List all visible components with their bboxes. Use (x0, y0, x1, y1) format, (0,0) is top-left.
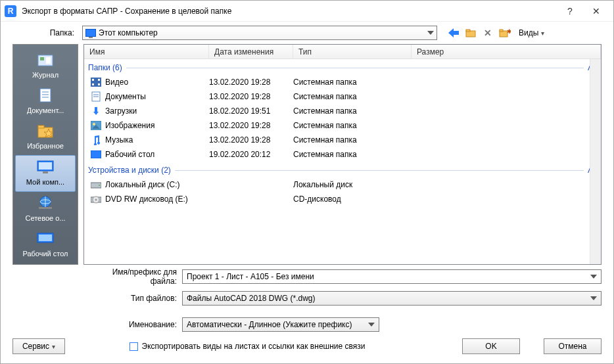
item-type: Системная папка (293, 106, 412, 116)
col-date[interactable]: Дата изменения (209, 45, 293, 58)
group-drives[interactable]: Устройства и диски (2) ᐱ (88, 166, 597, 175)
group-drives-label: Устройства и диски (2) (88, 166, 171, 175)
downloads-icon (91, 106, 101, 116)
naming-combo[interactable]: Автоматически - Длинное (Укажите префикс… (182, 317, 379, 332)
filetype-value: Файлы AutoCAD 2018 DWG (*.dwg) (187, 294, 316, 303)
chevron-down-icon (590, 296, 597, 300)
history-icon (35, 51, 55, 68)
video-icon (91, 77, 101, 87)
svg-point-41 (99, 185, 100, 186)
chevron-down-icon (368, 323, 375, 327)
this-pc-icon (85, 29, 96, 37)
desktop-icon (91, 149, 101, 160)
svg-text:✱: ✱ (507, 28, 511, 35)
divider (126, 68, 584, 68)
service-label: Сервис (22, 342, 49, 351)
document-icon (91, 91, 101, 102)
svg-rect-39 (91, 150, 101, 158)
svg-rect-8 (40, 57, 44, 60)
folder-value: Этот компьютер (99, 28, 158, 37)
back-icon[interactable] (448, 27, 460, 39)
item-date: 13.02.2020 19:28 (209, 135, 293, 145)
svg-rect-3 (466, 30, 470, 32)
item-name: Видео (105, 78, 128, 87)
filename-combo[interactable]: Проект 1 - Лист - A105 - Без имени (182, 269, 602, 284)
list-item[interactable]: Документы 13.02.2020 19:28 Системная пап… (88, 89, 597, 104)
export-links-checkbox[interactable]: Экспортировать виды на листах и ссылки к… (130, 342, 366, 351)
group-folders-label: Папки (6) (88, 63, 122, 72)
place-label: Мой комп... (26, 178, 64, 186)
list-item[interactable]: DVD RW дисковод (E:) CD-дисковод (88, 192, 597, 206)
chevron-down-icon (427, 31, 434, 35)
up-folder-icon[interactable] (465, 27, 477, 39)
views-dropdown[interactable]: Виды ▾ (516, 26, 547, 40)
checkbox-box (130, 342, 138, 351)
place-desktop[interactable]: Рабочий стол (13, 227, 78, 263)
music-icon (91, 135, 101, 145)
cancel-button[interactable]: Отмена (544, 338, 602, 354)
place-my-computer[interactable]: Мой комп... (15, 155, 76, 192)
col-type[interactable]: Тип (293, 45, 412, 58)
delete-icon[interactable]: ✕ (482, 27, 494, 39)
svg-rect-23 (39, 207, 52, 209)
help-button[interactable]: ? (557, 1, 583, 21)
naming-value: Автоматически - Длинное (Укажите префикс… (187, 320, 352, 329)
svg-rect-5 (500, 30, 503, 32)
close-button[interactable]: ✕ (583, 1, 609, 21)
hdd-icon (91, 179, 101, 190)
svg-rect-15 (38, 125, 44, 128)
app-icon: R (5, 5, 16, 17)
list-item[interactable]: Музыка 13.02.2020 19:28 Системная папка (88, 133, 597, 147)
favorites-icon (35, 122, 55, 139)
svg-marker-0 (427, 31, 434, 35)
titlebar: R Экспорт в форматы САПР - Сохранение в … (1, 1, 613, 22)
scrollbar[interactable] (590, 59, 601, 264)
place-favorites[interactable]: Избранное (13, 120, 78, 155)
place-history[interactable]: Журнал (13, 49, 78, 84)
folder-toolbar: Папка: Этот компьютер ✕ ✱ Виды ▾ (1, 22, 613, 44)
filetype-label: Тип файлов: (85, 294, 177, 303)
svg-rect-25 (39, 235, 52, 241)
item-name: Загрузки (105, 106, 137, 116)
network-icon (35, 194, 55, 212)
svg-point-44 (95, 199, 97, 201)
svg-rect-18 (39, 162, 52, 170)
list-item[interactable]: Изображения 13.02.2020 19:28 Системная п… (88, 118, 597, 133)
place-label: Сетевое о... (25, 214, 65, 222)
ok-button[interactable]: OK (462, 338, 520, 354)
form-area: Имя/префикс для файла: Проект 1 - Лист -… (1, 265, 613, 332)
item-date: 19.02.2020 20:12 (209, 150, 293, 159)
svg-rect-30 (98, 83, 100, 85)
place-label: Документ... (27, 106, 64, 114)
svg-rect-10 (40, 89, 51, 102)
item-type: Системная папка (293, 121, 412, 130)
item-type: Системная папка (293, 150, 412, 159)
item-name: Музыка (105, 135, 133, 145)
place-label: Избранное (27, 142, 64, 150)
filename-value: Проект 1 - Лист - A105 - Без имени (187, 272, 314, 281)
folder-label: Папка: (1, 28, 78, 37)
toolbar-icons: ✕ ✱ Виды ▾ (448, 26, 547, 40)
service-button[interactable]: Сервис ▾ (12, 338, 65, 354)
place-label: Рабочий стол (22, 250, 68, 258)
place-documents[interactable]: Документ... (13, 84, 78, 120)
list-item[interactable]: Видео 13.02.2020 19:28 Системная папка (88, 75, 597, 89)
col-size[interactable]: Размер (412, 45, 601, 58)
list-item[interactable]: Локальный диск (C:) Локальный диск (88, 177, 597, 192)
item-name: Локальный диск (C:) (105, 180, 180, 189)
file-list[interactable]: Папки (6) ᐱ Видео 13.02.2020 19:28 Систе… (84, 59, 601, 264)
new-folder-icon[interactable]: ✱ (499, 27, 511, 39)
desktop-icon (35, 230, 55, 247)
item-name: Документы (105, 92, 146, 101)
folder-combo[interactable]: Этот компьютер (82, 26, 437, 40)
chevron-down-icon (590, 275, 597, 279)
ok-label: OK (485, 342, 496, 351)
filetype-combo[interactable]: Файлы AutoCAD 2018 DWG (*.dwg) (182, 291, 602, 306)
group-folders[interactable]: Папки (6) ᐱ (88, 63, 597, 72)
list-item[interactable]: Рабочий стол 19.02.2020 20:12 Системная … (88, 147, 597, 162)
dvd-icon (91, 194, 101, 204)
col-name[interactable]: Имя (84, 45, 209, 58)
list-item[interactable]: Загрузки 18.02.2020 19:51 Системная папк… (88, 104, 597, 118)
svg-rect-29 (98, 79, 100, 81)
place-network[interactable]: Сетевое о... (13, 192, 78, 227)
